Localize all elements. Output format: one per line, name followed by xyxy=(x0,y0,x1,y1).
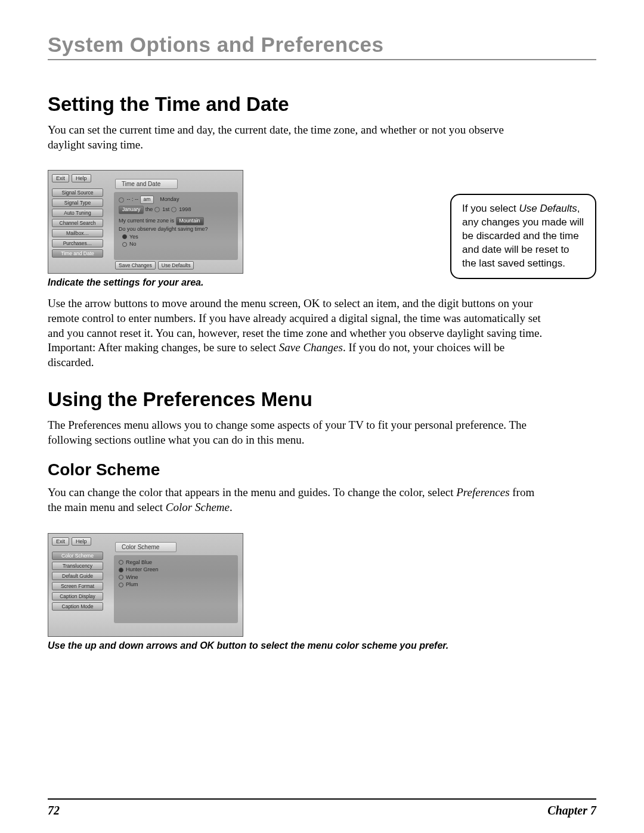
callout-use-defaults: If you select Use Defaults, any changes … xyxy=(450,194,596,279)
intro-time-date: You can set the current time and day, th… xyxy=(48,123,543,152)
sidebar-item: Screen Format xyxy=(52,582,103,590)
radio-icon xyxy=(119,560,123,565)
the-label: the xyxy=(145,206,153,212)
page-title: System Options and Preferences xyxy=(48,33,596,60)
use-defaults-button: Use Defaults xyxy=(158,261,194,270)
callout-em: Use Defaults xyxy=(519,203,577,214)
radio-icon xyxy=(119,583,123,587)
opt-label: Wine xyxy=(126,574,138,580)
sidebar-item: Mailbox… xyxy=(52,229,103,237)
sidebar-item: Channel Search xyxy=(52,219,103,227)
body-color-scheme: You can change the color that appears in… xyxy=(48,485,543,515)
opt-label: Hunter Green xyxy=(126,566,159,572)
time-value: -- : -- xyxy=(127,196,139,202)
shot1-panel-body: -- : -- am Monday January the 1st 1998 M… xyxy=(114,192,238,260)
figure-2-caption: Use the up and down arrows and OK button… xyxy=(48,640,448,651)
figure-row-2: Exit Help Color Scheme Color Scheme Tran… xyxy=(48,533,596,651)
sidebar-item: Caption Mode xyxy=(52,602,103,611)
body-em: Save Changes xyxy=(279,341,343,354)
radio-icon xyxy=(119,568,123,572)
shot1-panel-title: Time and Date xyxy=(115,179,178,189)
radio-icon xyxy=(122,242,127,247)
tz-value: Mountain xyxy=(176,217,204,225)
sidebar-item-active: Time and Date xyxy=(52,249,103,258)
footer-rule xyxy=(48,798,596,800)
figure-1-caption: Indicate the settings for your area. xyxy=(48,277,243,288)
body-time-date: Use the arrow buttons to move around the… xyxy=(48,296,543,370)
chapter-label: Chapter 7 xyxy=(547,804,596,817)
shot2-panel-body: Regal Blue Hunter Green Wine Plum xyxy=(114,555,238,623)
page-number: 72 xyxy=(48,804,60,817)
figure-1: Exit Help Time and Date Signal Source Si… xyxy=(48,170,243,288)
shot2-exit-button: Exit xyxy=(52,537,69,546)
figure-row-1: Exit Help Time and Date Signal Source Si… xyxy=(48,170,596,288)
cs-pre1: You can change the color that appears in… xyxy=(48,486,456,498)
sidebar-item: Caption Display xyxy=(52,592,103,600)
year-value: 1998 xyxy=(179,206,191,212)
opt-label: Regal Blue xyxy=(126,559,152,565)
month-value: January xyxy=(119,206,144,214)
screenshot-time-date: Exit Help Time and Date Signal Source Si… xyxy=(48,170,243,274)
cs-em2: Color Scheme xyxy=(166,501,230,513)
sidebar-item: Translucency xyxy=(52,562,103,570)
opt-label: Plum xyxy=(126,581,138,587)
cs-em1: Preferences xyxy=(456,486,509,498)
radio-icon xyxy=(122,234,127,239)
shot1-exit-button: Exit xyxy=(52,174,69,182)
save-changes-button: Save Changes xyxy=(115,261,156,270)
heading-preferences: Using the Preferences Menu xyxy=(48,388,596,411)
clock-icon xyxy=(119,197,124,203)
sidebar-item-active: Color Scheme xyxy=(52,552,103,560)
clock-icon xyxy=(154,207,160,212)
intro-preferences: The Preferences menu allows you to chang… xyxy=(48,418,543,447)
radio-icon xyxy=(119,575,123,580)
clock-icon xyxy=(171,207,177,212)
screenshot-color-scheme: Exit Help Color Scheme Color Scheme Tran… xyxy=(48,533,243,637)
shot2-help-button: Help xyxy=(72,537,91,546)
shot2-sidebar: Color Scheme Translucency Default Guide … xyxy=(52,552,103,611)
yes-label: Yes xyxy=(129,234,138,240)
tz-label: My current time zone is xyxy=(119,218,176,224)
cs-post: . xyxy=(230,501,233,513)
heading-time-date: Setting the Time and Date xyxy=(48,93,596,116)
day-value: Monday xyxy=(160,196,179,202)
sidebar-item: Auto Tuning xyxy=(52,209,103,217)
ampm-value: am xyxy=(140,196,154,204)
no-label: No xyxy=(129,241,137,247)
page-footer: 72 Chapter 7 xyxy=(48,804,596,817)
sidebar-item: Purchases… xyxy=(52,239,103,247)
sidebar-item: Default Guide xyxy=(52,572,103,580)
callout-pre: If you select xyxy=(462,203,519,214)
date-value: 1st xyxy=(162,206,169,212)
figure-2: Exit Help Color Scheme Color Scheme Tran… xyxy=(48,533,448,651)
dst-question: Do you observe daylight saving time? xyxy=(119,225,233,233)
heading-color-scheme: Color Scheme xyxy=(48,460,596,479)
shot2-panel-title: Color Scheme xyxy=(115,542,177,552)
sidebar-item: Signal Type xyxy=(52,199,103,207)
sidebar-item: Signal Source xyxy=(52,188,103,197)
shot1-sidebar: Signal Source Signal Type Auto Tuning Ch… xyxy=(52,188,103,258)
shot1-help-button: Help xyxy=(72,174,91,182)
